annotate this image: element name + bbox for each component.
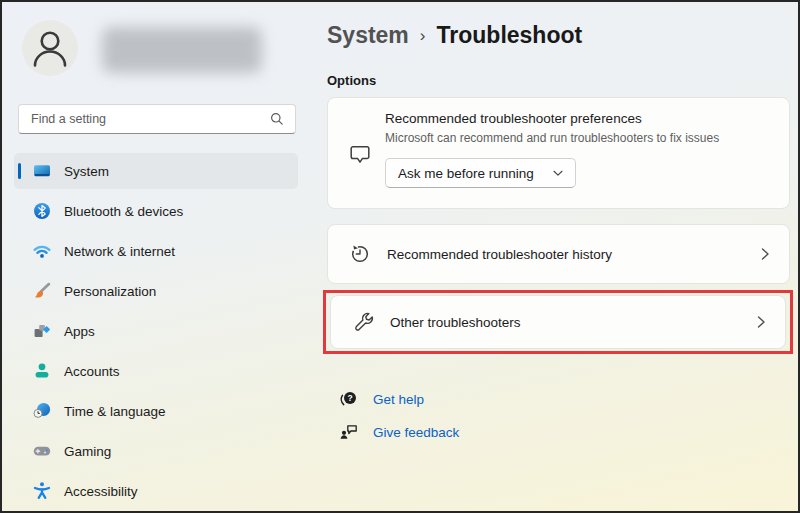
sidebar-item-label: Gaming xyxy=(64,444,111,459)
get-help-label: Get help xyxy=(373,392,424,407)
page-title: Troubleshoot xyxy=(437,22,583,49)
preferences-title: Recommended troubleshooter preferences xyxy=(385,111,777,126)
accessibility-icon xyxy=(32,481,52,501)
chevron-right-icon xyxy=(753,314,769,330)
apps-icon xyxy=(32,321,52,341)
footer-links: ? Get help Give feedback xyxy=(339,388,459,454)
sidebar-nav: System Bluetooth & devices Network & int… xyxy=(14,153,298,513)
search-icon xyxy=(269,111,285,127)
give-feedback-label: Give feedback xyxy=(373,425,459,440)
speech-bubble-icon xyxy=(349,144,371,166)
annotation-highlight-box: Other troubleshooters xyxy=(323,290,793,354)
system-icon xyxy=(32,161,52,181)
breadcrumb: System › Troubleshoot xyxy=(327,19,582,51)
other-troubleshooters-card[interactable]: Other troubleshooters xyxy=(330,295,786,349)
sidebar-item-personalization[interactable]: Personalization xyxy=(14,273,298,309)
get-help-link[interactable]: ? Get help xyxy=(339,388,459,410)
avatar[interactable] xyxy=(22,20,78,76)
svg-text:?: ? xyxy=(347,393,352,403)
history-title: Recommended troubleshooter history xyxy=(387,247,612,262)
chevron-down-icon xyxy=(551,166,565,180)
sidebar-item-label: Apps xyxy=(64,324,95,339)
sidebar-item-label: Bluetooth & devices xyxy=(64,204,183,219)
preferences-card-body: Recommended troubleshooter preferences M… xyxy=(385,111,777,188)
paintbrush-icon xyxy=(32,281,52,301)
gamepad-icon xyxy=(32,441,52,461)
wrench-icon xyxy=(352,311,374,333)
sidebar-item-label: Accounts xyxy=(64,364,120,379)
sidebar-item-accounts[interactable]: Accounts xyxy=(14,353,298,389)
person-icon xyxy=(22,20,78,76)
search-box[interactable] xyxy=(18,104,296,134)
selected-indicator xyxy=(18,163,21,179)
other-troubleshooters-title: Other troubleshooters xyxy=(390,315,521,330)
sidebar-item-network-internet[interactable]: Network & internet xyxy=(14,233,298,269)
preferences-description: Microsoft can recommend and run troubles… xyxy=(385,131,777,145)
settings-window: System Bluetooth & devices Network & int… xyxy=(0,0,800,513)
sidebar-item-system[interactable]: System xyxy=(14,153,298,189)
wifi-icon xyxy=(32,241,52,261)
sidebar-item-apps[interactable]: Apps xyxy=(14,313,298,349)
give-feedback-link[interactable]: Give feedback xyxy=(339,421,459,443)
help-icon: ? xyxy=(339,389,359,409)
bluetooth-icon xyxy=(32,201,52,221)
history-icon xyxy=(349,243,371,265)
preferences-dropdown[interactable]: Ask me before running xyxy=(385,158,576,188)
accounts-icon xyxy=(32,361,52,381)
dropdown-value: Ask me before running xyxy=(398,166,534,181)
preferences-card: Recommended troubleshooter preferences M… xyxy=(327,97,790,209)
sidebar-item-bluetooth-devices[interactable]: Bluetooth & devices xyxy=(14,193,298,229)
search-input[interactable] xyxy=(31,112,269,126)
time-language-icon xyxy=(32,401,52,421)
chevron-separator-icon: › xyxy=(420,26,426,46)
section-label: Options xyxy=(327,73,376,88)
sidebar-item-label: Time & language xyxy=(64,404,166,419)
sidebar-item-label: Accessibility xyxy=(64,484,138,499)
history-card[interactable]: Recommended troubleshooter history xyxy=(327,224,790,284)
sidebar-item-accessibility[interactable]: Accessibility xyxy=(14,473,298,509)
sidebar-item-time-language[interactable]: Time & language xyxy=(14,393,298,429)
sidebar-item-label: System xyxy=(64,164,109,179)
user-name-blurred xyxy=(102,27,262,73)
chevron-right-icon xyxy=(757,246,773,262)
breadcrumb-parent[interactable]: System xyxy=(327,22,409,49)
sidebar-item-gaming[interactable]: Gaming xyxy=(14,433,298,469)
sidebar-item-label: Network & internet xyxy=(64,244,175,259)
sidebar-item-label: Personalization xyxy=(64,284,156,299)
feedback-icon xyxy=(339,422,359,442)
